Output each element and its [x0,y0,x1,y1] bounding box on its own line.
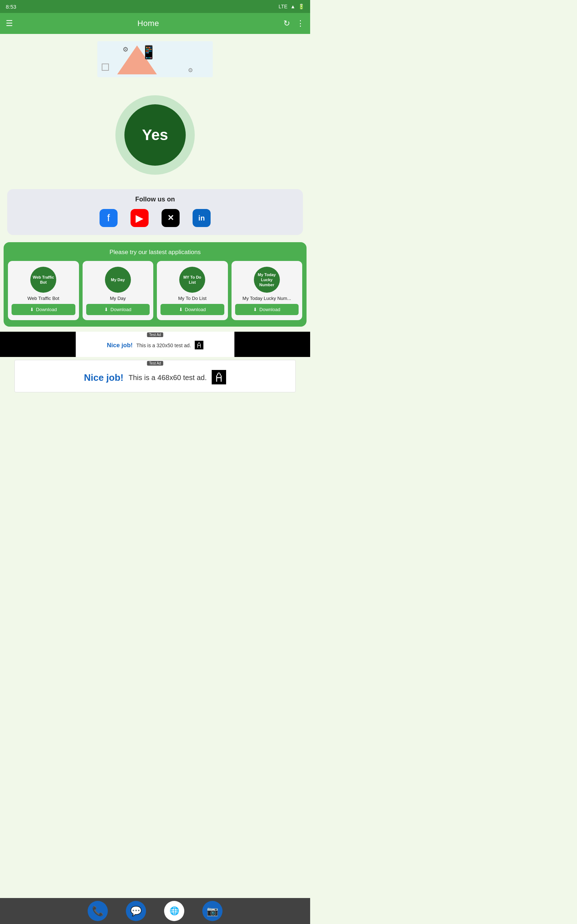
follow-section: Follow us on f ▶ ✕ in [7,189,303,235]
x-icon[interactable]: ✕ [161,209,180,227]
phone-icon: 📱 [141,45,157,60]
my-todo-download[interactable]: ⬇ Download [161,304,224,315]
apps-grid: Web Traffic Bot Web Traffic Bot ⬇ Downlo… [8,261,302,320]
my-todo-icon: MY To Do List [179,267,205,293]
web-traffic-bot-icon: Web Traffic Bot [30,267,56,293]
download-icon-4: ⬇ [253,307,257,312]
x-label: ✕ [167,213,174,223]
download-icon-1: ⬇ [30,307,34,312]
linkedin-icon[interactable]: in [193,209,211,227]
web-traffic-bot-download[interactable]: ⬇ Download [11,304,76,315]
menu-icon: ☰ [6,19,13,28]
youtube-label: ▶ [135,212,143,224]
test-ad-large-nice: Nice job! [84,372,124,383]
my-day-icon: My Day [105,267,131,293]
lucky-number-icon: My Today Lucky Number [254,267,280,293]
my-day-name: My Day [110,296,126,301]
yes-label: Yes [142,126,168,144]
follow-title: Follow us on [15,195,296,203]
main-content: ⚙ 📱 ⚙ Yes Follow us on f ▶ ✕ in [0,34,310,425]
promo-banner: ⚙ 📱 ⚙ [0,34,310,81]
bottom-spacer [0,396,310,425]
my-day-download[interactable]: ⬇ Download [86,304,150,315]
test-ad-small-content: Nice job! This is a 320x50 test ad. 🅰 [107,340,203,351]
app-bar-actions: ↻ ⋮ [284,19,305,28]
app-title: Home [137,19,159,28]
test-ad-large-logo: 🅰 [212,370,226,386]
facebook-label: f [107,212,110,224]
status-bar: 8:53 LTE ▲ 🔋 [0,0,310,13]
youtube-icon[interactable]: ▶ [131,209,148,227]
app-bar: ☰ Home ↻ ⋮ [0,13,310,34]
my-todo-name: My To Do List [178,296,206,301]
lucky-number-name: My Today Lucky Num... [242,296,291,301]
more-icon: ⋮ [297,19,305,28]
test-ad-small-inner: Test Ad Nice job! This is a 320x50 test … [76,332,234,357]
promo-square [102,63,109,71]
test-ad-large-desc: This is a 468x60 test ad. [129,373,207,382]
test-ad-small-desc: This is a 320x50 test ad. [136,342,191,348]
status-time: 8:53 [6,3,16,10]
app-card-my-todo: MY To Do List My To Do List ⬇ Download [157,261,228,320]
test-ad-small-label: Test Ad [147,333,163,337]
network-icon: LTE [279,3,288,10]
apps-section: Please try our lastest applications Web … [3,242,306,327]
test-ad-small: Test Ad Nice job! This is a 320x50 test … [0,332,310,357]
menu-button[interactable]: ☰ [6,19,13,28]
test-ad-large: Test Ad Nice job! This is a 468x60 test … [15,360,296,393]
promo-image: ⚙ 📱 ⚙ [97,41,213,77]
facebook-icon[interactable]: f [100,209,118,227]
test-ad-small-nice: Nice job! [107,342,133,349]
test-ad-large-label: Test Ad [147,361,163,366]
yes-outer-ring: Yes [115,95,195,175]
app-card-lucky-number: My Today Lucky Number My Today Lucky Num… [232,261,303,320]
battery-icon: 🔋 [298,3,305,10]
yes-section: Yes [0,81,310,186]
app-card-my-day: My Day My Day ⬇ Download [82,261,154,320]
signal-icon: ▲ [290,3,295,10]
download-icon-2: ⬇ [104,307,108,312]
status-icons: LTE ▲ 🔋 [279,3,305,10]
gear2-icon: ⚙ [188,67,193,74]
refresh-button[interactable]: ↻ [284,19,290,28]
yes-button[interactable]: Yes [124,104,186,166]
lucky-number-download[interactable]: ⬇ Download [235,304,299,315]
social-icons: f ▶ ✕ in [15,209,296,227]
download-icon-3: ⬇ [179,307,183,312]
more-button[interactable]: ⋮ [297,19,305,28]
linkedin-label: in [198,214,205,222]
apps-section-title: Please try our lastest applications [8,249,302,256]
app-card-web-traffic-bot: Web Traffic Bot Web Traffic Bot ⬇ Downlo… [8,261,79,320]
web-traffic-bot-name: Web Traffic Bot [27,296,59,301]
test-ad-large-content: Nice job! This is a 468x60 test ad. 🅰 [84,370,226,386]
gear-icon: ⚙ [122,45,128,53]
refresh-icon: ↻ [284,19,290,28]
test-ad-small-logo: 🅰 [195,340,203,351]
